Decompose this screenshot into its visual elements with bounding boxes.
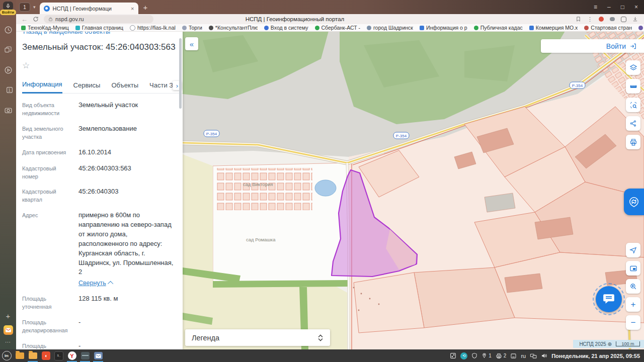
field-row: Площадь декларированная- (16, 318, 183, 335)
bookmark-item[interactable]: Сбербанк-АСТ - (315, 25, 361, 31)
tab-information[interactable]: Информация (22, 80, 62, 94)
taskbar-red-app[interactable]: ◖ (39, 349, 52, 362)
sync-tray-icon[interactable]: ⟲ (460, 352, 467, 359)
overview-map-button[interactable] (626, 261, 640, 276)
bookmark-item[interactable]: Коммерция МО.х (529, 25, 578, 31)
rail-add-button[interactable]: + (6, 312, 11, 320)
downloads-icon[interactable] (632, 16, 638, 22)
login-arrow-icon (629, 43, 637, 50)
map-attribution: НСПД 2025 ⊕ 100 m (573, 340, 644, 348)
panorama-flyout-button[interactable] (624, 189, 644, 215)
map-base-layer: Р-354 Р-354 Р-354 сад Виктория сад Ромаш… (183, 31, 644, 349)
window-maximize-icon[interactable]: □ (621, 4, 624, 11)
rail-more-button[interactable]: ⋯ (5, 339, 11, 345)
taskbar-window-app[interactable] (78, 349, 92, 362)
legend-bar[interactable]: Легенда (185, 329, 330, 346)
panel-collapse-button[interactable]: « (185, 37, 198, 50)
pin-tray-icon[interactable] (481, 352, 487, 359)
geolocate-button[interactable] (626, 243, 640, 257)
extension-red-icon[interactable] (599, 17, 604, 22)
taskbar-yandex-browser[interactable]: Y (65, 349, 78, 362)
taskbar-files[interactable] (13, 349, 26, 362)
taskbar-mail-app[interactable] (92, 349, 105, 362)
bookmark-item[interactable]: Вход в систему (264, 25, 308, 31)
bookmark-item[interactable]: Торги (182, 25, 202, 31)
start-menu-button[interactable]: lm (0, 349, 13, 362)
address-collapse-link[interactable]: Свернуть (78, 279, 177, 288)
print-button[interactable] (626, 135, 640, 149)
video-button[interactable] (3, 64, 14, 75)
history-button[interactable] (3, 24, 14, 35)
taskbar-files-open[interactable] (26, 349, 39, 362)
screenshot-tray-icon[interactable] (450, 352, 456, 359)
extension-outline-icon[interactable] (621, 17, 626, 22)
tab-close-icon[interactable]: × (131, 6, 134, 12)
tab-group-counter[interactable]: 1 (19, 3, 30, 12)
bookmark-flag-icon[interactable] (576, 16, 581, 22)
layers-button[interactable] (626, 60, 640, 75)
taskbar: lm ◖ $_ Y ⟲ 1 2 ru Понедельник, 21 апр 2… (0, 349, 644, 362)
window-menu-icon[interactable]: ≡ (594, 4, 597, 11)
yandex-mail-button[interactable] (4, 325, 13, 335)
bookmark-favicon (75, 26, 80, 30)
panel-scrollbar[interactable] (179, 38, 182, 109)
area-search-button[interactable] (626, 98, 640, 112)
back-link[interactable]: Назад в найденные объекты (23, 31, 183, 35)
zoom-out-button[interactable]: − (626, 315, 640, 330)
bookmark-item[interactable]: Информация о р (420, 25, 467, 31)
more-menu-icon[interactable]: ⋮ (587, 16, 593, 23)
tab-counter-rail[interactable]: 1 (3, 84, 14, 96)
browser-toolbar: ← nspd.gov.ru НСПД | Геоинформационный п… (16, 14, 644, 24)
chevron-down-icon[interactable]: ▾ (33, 5, 36, 10)
bookmark-item[interactable]: Публичная кадас (474, 25, 523, 31)
measure-button[interactable] (626, 79, 640, 94)
printer-tray-icon[interactable] (496, 353, 502, 359)
url-text: nspd.gov.ru (55, 16, 84, 22)
window-tray-icon[interactable] (510, 353, 517, 359)
rail-login-badge[interactable]: Войти (0, 10, 16, 15)
window-close-icon[interactable]: × (634, 4, 638, 11)
browser-tab[interactable]: НСПД | Геоинформаци × (40, 3, 138, 14)
bookmark-item[interactable]: https://fias-lk.nal (130, 25, 176, 31)
tabs-panel-button[interactable] (3, 44, 14, 55)
favorite-star-icon[interactable]: ☆ (22, 60, 36, 72)
tab-services[interactable]: Сервисы (73, 81, 101, 93)
ruler-icon (629, 82, 637, 90)
tab-objects[interactable]: Объекты (111, 81, 138, 93)
reload-icon[interactable] (33, 16, 39, 22)
printer-count: 2 (504, 353, 507, 358)
taskbar-clock[interactable]: Понедельник, 21 апр 2025, 09:55 (551, 353, 640, 359)
field-row: Площадь- (16, 341, 183, 349)
bookmark-item[interactable]: Стартовая стран (584, 25, 632, 31)
bookmark-favicon (21, 26, 26, 30)
bookmark-item[interactable]: *КонсультантПлю (209, 25, 258, 31)
map-canvas[interactable]: Р-354 Р-354 Р-354 сад Виктория сад Ромаш… (183, 31, 644, 349)
back-icon[interactable]: ← (21, 16, 28, 23)
nspd-favicon (44, 6, 50, 12)
coordinate-search-button[interactable] (626, 279, 640, 294)
extension-grey-icon[interactable] (610, 17, 615, 21)
taskbar-terminal[interactable]: $_ (52, 349, 65, 362)
bookmark-item[interactable]: Платформа госуд (638, 25, 644, 31)
zoom-in-button[interactable]: + (626, 297, 640, 312)
chat-button[interactable] (596, 286, 622, 312)
window-minimize-icon[interactable]: – (607, 4, 611, 11)
bookmark-item[interactable]: ТехноКад-Муниц (21, 25, 69, 31)
field-row-address: Адрес примерно в 600м по направлению на … (16, 211, 183, 288)
network-tray-icon[interactable] (530, 353, 537, 359)
address-bar[interactable]: nspd.gov.ru (44, 15, 153, 23)
screenshot-button[interactable] (3, 105, 14, 116)
bookmark-item[interactable]: город Шадринск (367, 25, 413, 31)
map-login-bar[interactable]: Войти (541, 39, 644, 53)
shield-tray-icon[interactable] (471, 352, 477, 359)
map-tools-bottom: + − (626, 243, 640, 330)
bookmark-item[interactable]: Главная страниц (75, 25, 123, 31)
keyboard-layout[interactable]: ru (521, 353, 526, 359)
new-tab-button[interactable]: + (143, 3, 148, 12)
share-button[interactable] (626, 116, 640, 131)
volume-tray-icon[interactable] (541, 352, 547, 359)
scale-bar: 100 m (616, 341, 640, 346)
bookmark-favicon (130, 25, 135, 31)
fields-list: Вид объекта недвижимостиЗемельный участо… (16, 101, 183, 349)
select-area-icon (629, 101, 637, 109)
